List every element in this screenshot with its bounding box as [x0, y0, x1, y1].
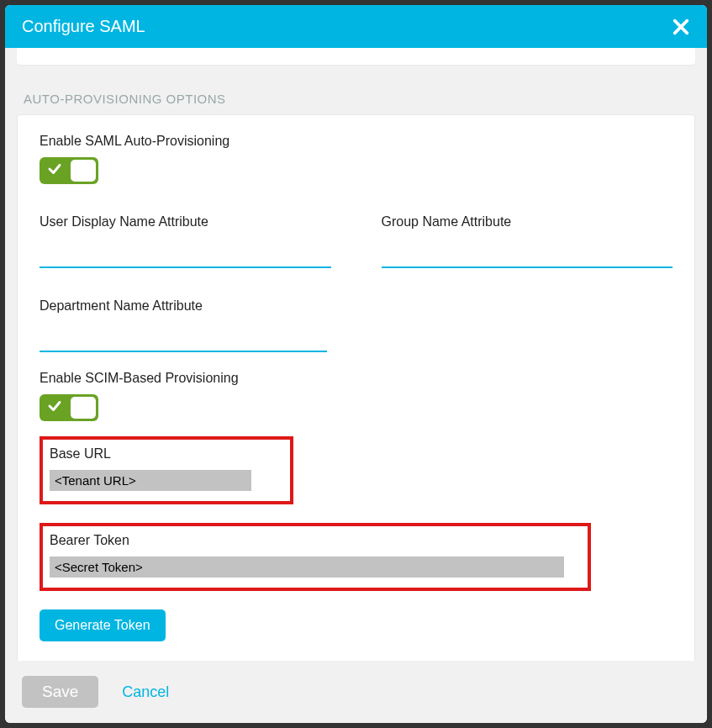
previous-section-card: [17, 48, 695, 65]
toggle-knob: [71, 397, 96, 419]
bearer-token-value[interactable]: <Secret Token>: [50, 557, 564, 578]
configure-saml-dialog: Configure SAML AUTO-PROVISIONING OPTIONS…: [5, 5, 707, 723]
user-display-name-input[interactable]: [40, 238, 331, 268]
base-url-label: Base URL: [50, 446, 283, 462]
section-title: AUTO-PROVISIONING OPTIONS: [24, 92, 695, 106]
generate-token-button[interactable]: Generate Token: [40, 609, 166, 641]
enable-saml-toggle[interactable]: [40, 157, 98, 184]
dialog-body[interactable]: AUTO-PROVISIONING OPTIONS Enable SAML Au…: [5, 48, 707, 661]
cancel-link[interactable]: Cancel: [122, 683, 169, 701]
auto-provisioning-card: Enable SAML Auto-Provisioning User Displ…: [17, 114, 695, 661]
close-button[interactable]: [672, 18, 690, 36]
user-display-name-label: User Display Name Attribute: [40, 214, 331, 229]
check-icon: [42, 161, 67, 180]
bearer-token-label: Bearer Token: [50, 533, 581, 548]
base-url-highlight: Base URL <Tenant URL>: [40, 436, 293, 504]
close-icon: [672, 18, 690, 36]
base-url-value[interactable]: <Tenant URL>: [50, 470, 251, 491]
enable-scim-label: Enable SCIM-Based Provisioning: [40, 371, 672, 386]
dialog-header: Configure SAML: [5, 5, 707, 48]
save-button[interactable]: Save: [22, 676, 98, 708]
dialog-title: Configure SAML: [22, 17, 145, 36]
department-name-label: Department Name Attribute: [40, 298, 327, 314]
group-name-input[interactable]: [382, 238, 673, 268]
check-icon: [42, 398, 67, 417]
dialog-footer: Save Cancel: [5, 661, 707, 723]
bearer-token-highlight: Bearer Token <Secret Token>: [40, 523, 591, 591]
toggle-knob: [71, 160, 96, 182]
department-name-input[interactable]: [40, 322, 327, 352]
enable-scim-toggle[interactable]: [40, 394, 98, 421]
group-name-label: Group Name Attribute: [382, 214, 673, 229]
enable-saml-label: Enable SAML Auto-Provisioning: [40, 134, 672, 149]
